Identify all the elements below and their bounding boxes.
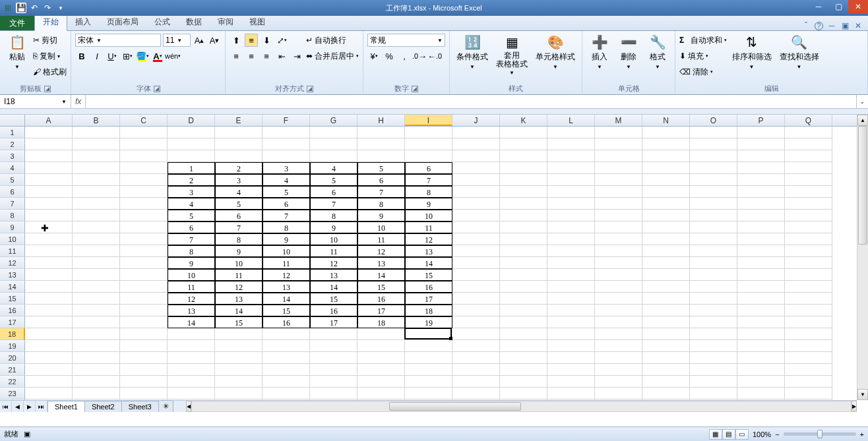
- cell[interactable]: [452, 328, 500, 340]
- cell[interactable]: [547, 162, 595, 174]
- row-header[interactable]: 11: [0, 245, 25, 257]
- cell[interactable]: [595, 388, 642, 399]
- cell[interactable]: 16: [357, 293, 405, 305]
- cell[interactable]: [120, 186, 168, 198]
- autosum-button[interactable]: Σ 自动求和▾: [679, 33, 727, 47]
- row-header[interactable]: 7: [0, 198, 25, 210]
- sheet-tab[interactable]: Sheet2: [84, 401, 122, 412]
- cell[interactable]: [785, 293, 832, 305]
- cell[interactable]: [500, 316, 547, 328]
- cell[interactable]: [785, 162, 832, 174]
- cell[interactable]: 6: [405, 162, 452, 174]
- cell[interactable]: [595, 257, 642, 269]
- copy-button[interactable]: ⎘复制▾: [33, 49, 67, 63]
- col-header-L[interactable]: L: [547, 115, 595, 126]
- cell[interactable]: [642, 186, 690, 198]
- cell[interactable]: [73, 269, 120, 281]
- cell[interactable]: 13: [168, 305, 215, 316]
- cell[interactable]: [25, 269, 73, 281]
- window-restore-icon[interactable]: ▣: [840, 21, 850, 30]
- cell[interactable]: [690, 174, 737, 186]
- number-launcher[interactable]: ◢: [412, 86, 418, 92]
- cell[interactable]: [737, 364, 785, 376]
- increase-indent-button[interactable]: ⇥: [290, 49, 303, 63]
- tab-review[interactable]: 审阅: [210, 14, 241, 30]
- cell[interactable]: [690, 364, 737, 376]
- cell[interactable]: [120, 269, 168, 281]
- cell[interactable]: [500, 305, 547, 316]
- cell[interactable]: [547, 210, 595, 221]
- minimize-ribbon-icon[interactable]: ˇ: [801, 21, 811, 30]
- cell[interactable]: [25, 376, 73, 388]
- cell[interactable]: [405, 150, 452, 162]
- cell[interactable]: [500, 376, 547, 388]
- row-header[interactable]: 6: [0, 186, 25, 198]
- scroll-right-button[interactable]: ▶: [852, 401, 857, 412]
- cell[interactable]: [500, 198, 547, 210]
- cell[interactable]: 6: [168, 221, 215, 233]
- cell[interactable]: [547, 127, 595, 138]
- cell[interactable]: [120, 352, 168, 364]
- cell[interactable]: [120, 293, 168, 305]
- cell[interactable]: [595, 340, 642, 352]
- col-header-B[interactable]: B: [73, 115, 120, 126]
- cell[interactable]: [737, 186, 785, 198]
- cell[interactable]: [25, 138, 73, 150]
- tab-view[interactable]: 视图: [241, 14, 273, 30]
- cell[interactable]: 14: [168, 316, 215, 328]
- last-sheet-button[interactable]: ⏭: [36, 401, 47, 412]
- cell[interactable]: [310, 352, 357, 364]
- macro-record-icon[interactable]: ▣: [24, 430, 30, 438]
- cell[interactable]: [452, 305, 500, 316]
- cell[interactable]: [737, 210, 785, 221]
- cell[interactable]: 9: [357, 210, 405, 221]
- cell[interactable]: [547, 198, 595, 210]
- cell[interactable]: [547, 138, 595, 150]
- font-size-combo[interactable]: 11▼: [163, 34, 191, 47]
- cell[interactable]: [73, 257, 120, 269]
- cell[interactable]: [263, 127, 310, 138]
- row-header[interactable]: 15: [0, 293, 25, 305]
- number-format-combo[interactable]: 常规▼: [367, 34, 445, 47]
- cell[interactable]: [120, 376, 168, 388]
- fill-color-button[interactable]: 🪣▾: [136, 49, 149, 63]
- row-header[interactable]: 4: [0, 162, 25, 174]
- cell[interactable]: 10: [215, 257, 263, 269]
- cell[interactable]: 13: [310, 269, 357, 281]
- cell[interactable]: [737, 174, 785, 186]
- cell[interactable]: 17: [310, 316, 357, 328]
- cell[interactable]: [452, 221, 500, 233]
- cell[interactable]: [73, 162, 120, 174]
- zoom-slider[interactable]: [784, 432, 856, 436]
- cell[interactable]: [263, 352, 310, 364]
- cell[interactable]: [642, 316, 690, 328]
- cell[interactable]: [452, 233, 500, 245]
- cell[interactable]: [547, 364, 595, 376]
- cell[interactable]: [547, 293, 595, 305]
- format-table-button[interactable]: ▦套用 表格格式▼: [493, 33, 530, 77]
- cell[interactable]: [310, 340, 357, 352]
- cell[interactable]: [595, 138, 642, 150]
- cell[interactable]: [168, 364, 215, 376]
- cell[interactable]: [547, 257, 595, 269]
- cell[interactable]: [452, 198, 500, 210]
- cell[interactable]: [452, 269, 500, 281]
- tab-data[interactable]: 数据: [178, 14, 210, 30]
- cell-styles-button[interactable]: 🎨单元格样式▼: [533, 33, 578, 71]
- cell[interactable]: 4: [215, 186, 263, 198]
- cell[interactable]: [690, 305, 737, 316]
- merge-center-button[interactable]: ⬌合并后居中▾: [306, 49, 359, 63]
- cell[interactable]: 12: [168, 293, 215, 305]
- cell[interactable]: [357, 328, 405, 340]
- cell[interactable]: [785, 174, 832, 186]
- cell[interactable]: 9: [215, 245, 263, 257]
- cell[interactable]: [785, 186, 832, 198]
- cell[interactable]: [215, 388, 263, 399]
- cell[interactable]: [73, 376, 120, 388]
- cell[interactable]: [310, 388, 357, 399]
- cell[interactable]: [25, 210, 73, 221]
- cell[interactable]: [120, 198, 168, 210]
- cell[interactable]: [73, 388, 120, 399]
- cell[interactable]: [25, 245, 73, 257]
- cell[interactable]: [500, 293, 547, 305]
